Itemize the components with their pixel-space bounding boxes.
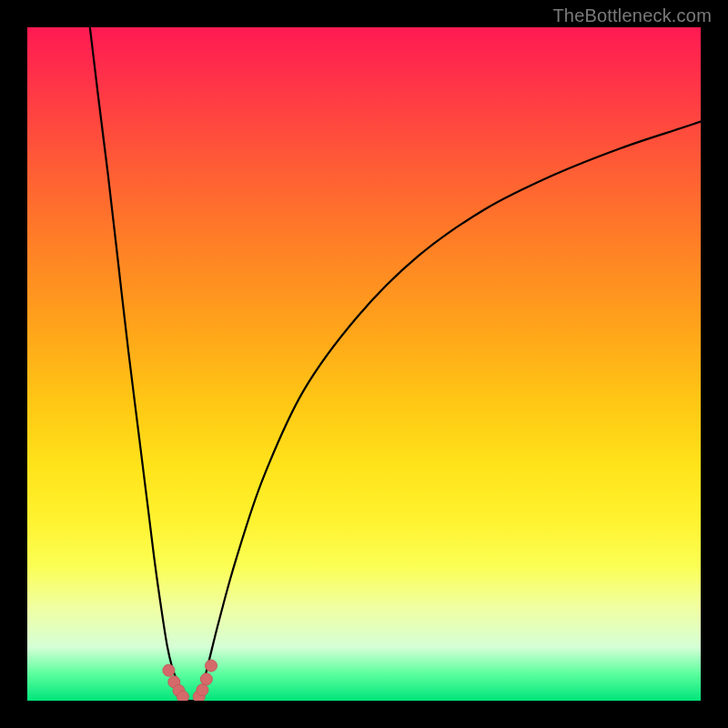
plot-area	[27, 27, 701, 701]
chart-frame: TheBottleneck.com	[0, 0, 728, 728]
watermark-text: TheBottleneck.com	[552, 5, 712, 26]
gradient-background	[27, 27, 701, 701]
